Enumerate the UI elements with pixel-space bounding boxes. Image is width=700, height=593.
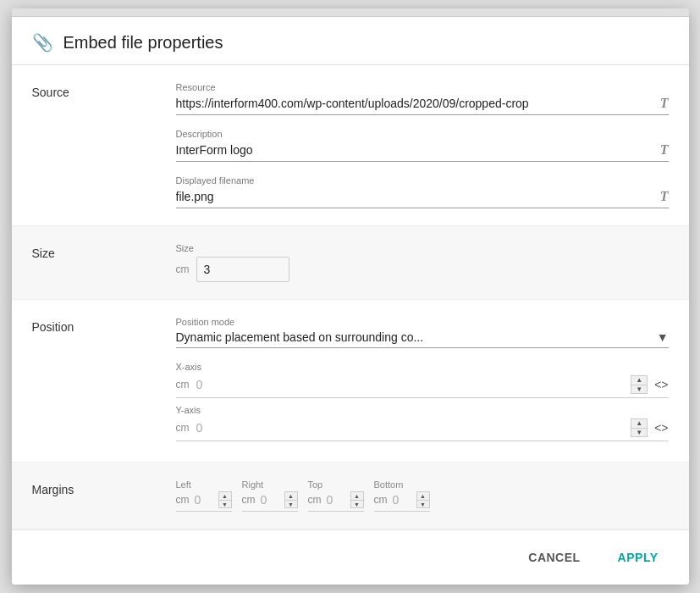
yaxis-spinner: ▲ ▼ xyxy=(631,418,648,437)
margin-top-label: Top xyxy=(308,479,364,490)
margin-left-field: Left cm ▲ ▼ xyxy=(176,479,232,512)
margins-fields: Left cm ▲ ▼ Right xyxy=(176,479,669,512)
size-content: Size cm ▲ ▼ xyxy=(176,243,669,282)
xaxis-group: X-axis cm ▲ ▼ <> xyxy=(176,362,669,398)
position-mode-label: Position mode xyxy=(176,317,669,327)
source-section: Source Resource T Description T xyxy=(12,65,689,226)
margins-label: Margins xyxy=(32,479,176,512)
source-content: Resource T Description T Displayed filen… xyxy=(176,82,669,208)
margin-right-down[interactable]: ▼ xyxy=(284,500,298,508)
position-section: Position Position mode Dynamic placement… xyxy=(12,300,689,463)
margin-right-cm: cm xyxy=(242,494,256,506)
size-label: Size xyxy=(32,243,176,282)
dialog-body: Source Resource T Description T xyxy=(12,65,689,529)
margin-bottom-row: cm ▲ ▼ xyxy=(374,491,430,512)
filename-field-row: T xyxy=(176,189,669,208)
yaxis-arrow-down[interactable]: ▼ xyxy=(631,428,648,437)
apply-button[interactable]: APPLY xyxy=(608,544,669,571)
margin-left-row: cm ▲ ▼ xyxy=(176,491,232,512)
margin-bottom-field: Bottom cm ▲ ▼ xyxy=(374,479,430,512)
xaxis-label: X-axis xyxy=(176,362,669,372)
margin-left-input[interactable] xyxy=(195,493,218,507)
description-t-icon: T xyxy=(660,142,669,158)
yaxis-cm: cm xyxy=(176,422,190,434)
resource-field-row: T xyxy=(176,96,669,115)
yaxis-input[interactable] xyxy=(196,421,631,435)
margin-top-input[interactable] xyxy=(327,493,350,507)
margin-right-input[interactable] xyxy=(261,493,284,507)
margin-bottom-label: Bottom xyxy=(374,479,430,490)
description-field-group: Description T xyxy=(176,129,669,162)
position-label: Position xyxy=(32,317,176,445)
margins-section: Margins Left cm ▲ ▼ xyxy=(12,463,689,529)
yaxis-label: Y-axis xyxy=(176,405,669,415)
margin-bottom-down[interactable]: ▼ xyxy=(416,500,430,508)
embed-file-properties-dialog: 📎 Embed file properties Source Resource … xyxy=(12,8,689,585)
xaxis-spinner: ▲ ▼ xyxy=(631,375,648,394)
yaxis-group: Y-axis cm ▲ ▼ <> xyxy=(176,405,669,441)
size-input[interactable] xyxy=(197,259,289,280)
margin-top-down[interactable]: ▼ xyxy=(350,500,364,508)
description-input[interactable] xyxy=(176,143,653,157)
margin-right-field: Right cm ▲ ▼ xyxy=(242,479,298,512)
dialog-footer: CANCEL APPLY xyxy=(12,529,689,585)
filename-input[interactable] xyxy=(176,190,653,203)
resource-t-icon: T xyxy=(660,96,669,111)
filename-label: Displayed filename xyxy=(176,175,669,186)
margin-bottom-up[interactable]: ▲ xyxy=(416,491,430,500)
margin-top-field: Top cm ▲ ▼ xyxy=(308,479,364,512)
xaxis-cm: cm xyxy=(176,379,190,391)
margin-right-row: cm ▲ ▼ xyxy=(242,491,298,512)
size-section: Size Size cm ▲ ▼ xyxy=(12,226,689,300)
filename-t-icon: T xyxy=(660,189,669,204)
dialog-header: 📎 Embed file properties xyxy=(12,17,689,65)
margin-top-spinner: ▲ ▼ xyxy=(350,491,364,508)
size-cm-label: cm xyxy=(176,263,190,275)
description-field-row: T xyxy=(176,142,669,162)
description-label: Description xyxy=(176,129,669,139)
margin-left-spinner: ▲ ▼ xyxy=(218,491,232,508)
ruler-bar xyxy=(12,8,689,17)
margin-bottom-input[interactable] xyxy=(393,493,416,507)
xaxis-arrow-up[interactable]: ▲ xyxy=(631,375,648,385)
margin-top-cm: cm xyxy=(308,494,322,506)
margin-right-label: Right xyxy=(242,479,298,490)
yaxis-code-icon[interactable]: <> xyxy=(654,421,668,435)
margin-right-spinner: ▲ ▼ xyxy=(284,491,298,508)
xaxis-row: cm ▲ ▼ <> xyxy=(176,375,669,398)
margin-right-up[interactable]: ▲ xyxy=(284,491,298,500)
resource-label: Resource xyxy=(176,82,669,92)
margin-left-label: Left xyxy=(176,479,232,490)
source-label: Source xyxy=(32,82,176,208)
margin-top-row: cm ▲ ▼ xyxy=(308,491,364,512)
margin-top-up[interactable]: ▲ xyxy=(350,491,364,500)
size-field-label: Size xyxy=(176,243,669,253)
paperclip-icon: 📎 xyxy=(32,32,53,53)
margin-bottom-cm: cm xyxy=(374,494,388,506)
dialog-title: Embed file properties xyxy=(63,33,223,53)
margin-left-cm: cm xyxy=(176,494,190,506)
xaxis-code-icon[interactable]: <> xyxy=(654,378,668,391)
size-spinner[interactable]: ▲ ▼ xyxy=(196,257,289,282)
margin-bottom-spinner: ▲ ▼ xyxy=(416,491,430,508)
margin-left-down[interactable]: ▼ xyxy=(218,500,232,508)
filename-field-group: Displayed filename T xyxy=(176,175,669,208)
margins-content: Left cm ▲ ▼ Right xyxy=(176,479,669,512)
position-mode-dropdown[interactable]: Dynamic placement based on surrounding c… xyxy=(176,330,669,348)
margin-left-up[interactable]: ▲ xyxy=(218,491,232,500)
resource-field-group: Resource T xyxy=(176,82,669,115)
resource-input[interactable] xyxy=(176,97,653,110)
xaxis-arrow-down[interactable]: ▼ xyxy=(631,385,648,394)
position-mode-value: Dynamic placement based on surrounding c… xyxy=(176,330,653,344)
yaxis-arrow-up[interactable]: ▲ xyxy=(631,418,648,428)
cancel-button[interactable]: CANCEL xyxy=(518,544,590,571)
position-content: Position mode Dynamic placement based on… xyxy=(176,317,669,445)
yaxis-row: cm ▲ ▼ <> xyxy=(176,418,669,441)
xaxis-input[interactable] xyxy=(196,378,631,391)
size-row: cm ▲ ▼ xyxy=(176,257,669,282)
dropdown-arrow-icon[interactable]: ▼ xyxy=(657,330,669,344)
